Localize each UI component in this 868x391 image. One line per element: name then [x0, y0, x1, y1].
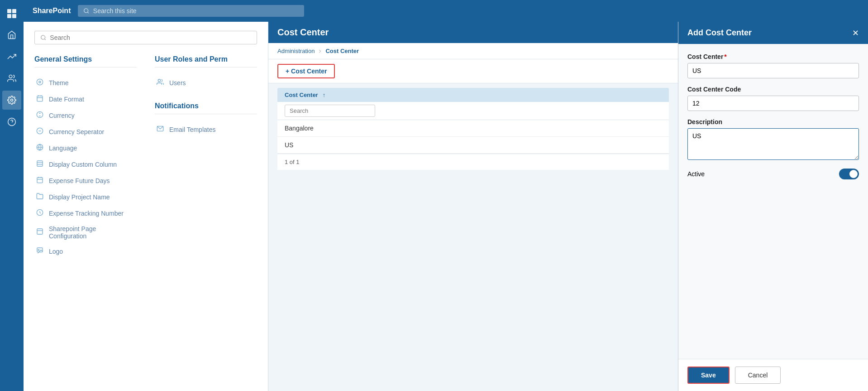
- svg-rect-1: [12, 9, 16, 13]
- breadcrumb-parent[interactable]: Administration: [277, 48, 315, 54]
- date-format-item[interactable]: Date Format: [34, 91, 137, 107]
- table-row[interactable]: US: [277, 137, 669, 154]
- display-project-name-item[interactable]: Display Project Name: [34, 189, 137, 205]
- svg-point-12: [37, 79, 43, 85]
- cost-center-field-label: Cost Center*: [687, 53, 859, 60]
- save-button[interactable]: Save: [687, 367, 730, 384]
- cost-center-panel: Cost Center Administration Cost Center +…: [268, 22, 678, 391]
- expense-tracking-label: Expense Tracking Number: [49, 210, 124, 217]
- people-nav-icon[interactable]: [2, 69, 21, 88]
- currency-item[interactable]: Currency: [34, 107, 137, 124]
- expense-future-item[interactable]: Expense Future Days: [34, 173, 137, 189]
- custom-column-icon: [36, 160, 43, 169]
- top-search-bar[interactable]: [78, 5, 304, 17]
- active-row: Active: [687, 169, 859, 179]
- top-search-input[interactable]: [93, 7, 299, 14]
- users-item[interactable]: Users: [155, 75, 257, 91]
- theme-label: Theme: [49, 79, 69, 87]
- modal-body: Cost Center* Cost Center Code Descriptio…: [678, 44, 868, 359]
- cost-center-code-field-group: Cost Center Code: [687, 86, 859, 111]
- email-templates-item[interactable]: Email Templates: [155, 121, 257, 138]
- row-value: US: [285, 141, 293, 149]
- pagination: 1 of 1: [277, 154, 669, 170]
- main-content: General Settings Theme Date Format: [24, 22, 868, 391]
- svg-rect-32: [37, 229, 43, 234]
- settings-panel: General Settings Theme Date Format: [24, 22, 268, 391]
- table-search-row: [277, 102, 669, 120]
- sort-icon[interactable]: ↑: [323, 92, 326, 98]
- svg-line-9: [88, 12, 89, 13]
- column-header-label: Cost Center: [285, 92, 318, 98]
- logo-item[interactable]: Logo: [34, 243, 137, 260]
- users-label: Users: [169, 79, 186, 87]
- language-icon: [36, 144, 43, 153]
- language-label: Language: [49, 145, 77, 152]
- breadcrumb-current: Cost Center: [325, 48, 359, 54]
- help-nav-icon[interactable]: [2, 112, 21, 131]
- svg-rect-2: [7, 14, 11, 18]
- display-custom-column-label: Display Custom Column: [49, 161, 117, 168]
- sharepoint-page-item[interactable]: Sharepoint Page Configuration: [34, 222, 137, 243]
- svg-point-5: [11, 99, 13, 101]
- modal-close-button[interactable]: ✕: [852, 29, 859, 37]
- description-label: Description: [687, 118, 859, 126]
- email-templates-label: Email Templates: [169, 126, 215, 133]
- svg-point-4: [9, 75, 12, 78]
- currency-sep-label: Currency Seperator: [49, 128, 104, 135]
- user-roles-title: User Roles and Perm: [155, 55, 257, 68]
- description-textarea[interactable]: US: [687, 128, 859, 160]
- expense-future-label: Expense Future Days: [49, 177, 110, 184]
- theme-item[interactable]: Theme: [34, 75, 137, 91]
- add-button-row: + Cost Center: [268, 59, 678, 83]
- currency-sep-item[interactable]: Currency Seperator: [34, 124, 137, 140]
- modal-header: Add Cost Center ✕: [678, 22, 868, 44]
- table-search-input[interactable]: [285, 105, 375, 117]
- sharepoint-page-label: Sharepoint Page Configuration: [49, 225, 135, 240]
- table-row[interactable]: Bangalore: [277, 120, 669, 137]
- logo-label: Logo: [49, 248, 63, 255]
- cost-center-field-group: Cost Center*: [687, 53, 859, 78]
- settings-search-input[interactable]: [50, 34, 251, 41]
- svg-line-11: [44, 39, 45, 40]
- svg-rect-0: [7, 9, 11, 13]
- settings-search-icon: [40, 34, 46, 41]
- svg-point-36: [158, 79, 160, 82]
- sharepoint-page-icon: [36, 228, 43, 237]
- svg-rect-3: [12, 14, 16, 18]
- currency-icon: [36, 111, 43, 120]
- svg-point-35: [38, 249, 39, 251]
- expense-future-icon: [36, 176, 43, 185]
- display-project-name-label: Display Project Name: [49, 193, 110, 201]
- description-field-group: Description US: [687, 118, 859, 161]
- cancel-button[interactable]: Cancel: [735, 367, 781, 384]
- modal-title: Add Cost Center: [687, 28, 752, 38]
- cost-center-code-input[interactable]: [687, 96, 859, 111]
- chart-nav-icon[interactable]: [2, 47, 21, 66]
- settings-nav-icon[interactable]: [2, 91, 21, 110]
- cost-center-input[interactable]: [687, 63, 859, 78]
- settings-search-box[interactable]: [34, 31, 257, 44]
- cost-center-header: Cost Center: [268, 22, 678, 43]
- modal-panel: Add Cost Center ✕ Cost Center* Cost Cent…: [678, 22, 868, 391]
- active-toggle[interactable]: [839, 169, 859, 179]
- display-custom-column-item[interactable]: Display Custom Column: [34, 156, 137, 173]
- breadcrumb: Administration Cost Center: [268, 43, 678, 59]
- top-bar: SharePoint: [24, 0, 868, 22]
- svg-point-13: [39, 81, 41, 83]
- expense-tracking-item[interactable]: Expense Tracking Number: [34, 205, 137, 222]
- project-name-icon: [36, 193, 43, 202]
- table-header: Cost Center ↑: [277, 88, 669, 102]
- svg-rect-14: [37, 96, 43, 101]
- svg-point-10: [41, 35, 45, 39]
- nav-bar: [0, 0, 24, 391]
- app-logo[interactable]: [0, 5, 24, 23]
- currency-label: Currency: [49, 112, 75, 119]
- add-cost-center-button[interactable]: + Cost Center: [277, 64, 335, 78]
- users-icon: [157, 78, 164, 87]
- language-item[interactable]: Language: [34, 140, 137, 156]
- app-name: SharePoint: [33, 7, 71, 15]
- general-settings-title: General Settings: [34, 55, 137, 68]
- home-nav-icon[interactable]: [2, 25, 21, 44]
- svg-point-8: [84, 9, 88, 13]
- breadcrumb-separator-icon: [317, 48, 323, 54]
